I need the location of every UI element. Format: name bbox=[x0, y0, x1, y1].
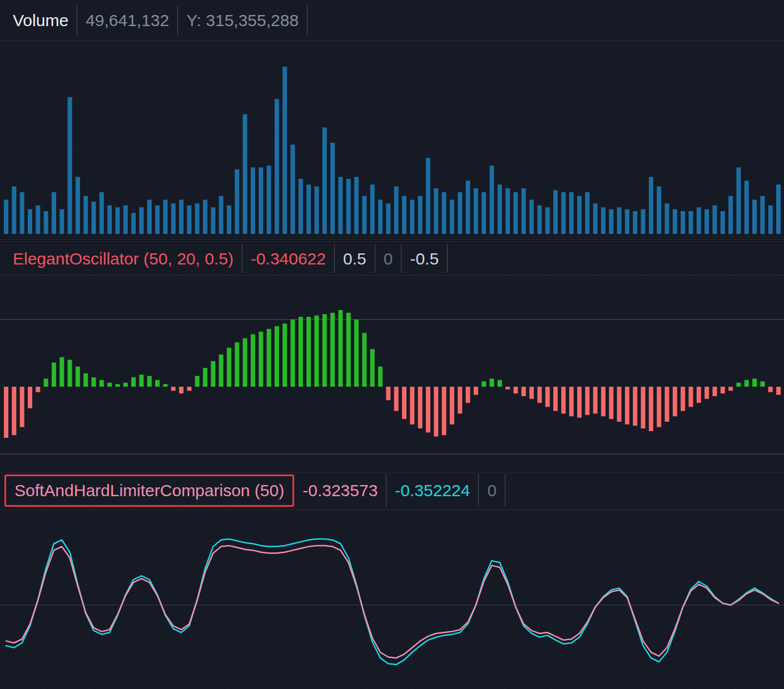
oscillator-chart[interactable] bbox=[0, 276, 784, 470]
limiter-title-selected[interactable]: SoftAndHardLimiterComparison (50) bbox=[4, 475, 294, 507]
limiter-legend: SoftAndHardLimiterComparison (50) -0.323… bbox=[0, 475, 784, 510]
limiter-chart[interactable] bbox=[0, 510, 784, 689]
volume-legend-cells: Volume 49,641,132 Y: 315,355,288 bbox=[4, 6, 784, 36]
panel-divider[interactable] bbox=[0, 239, 784, 242]
oscillator-level-zero: 0 bbox=[375, 244, 402, 273]
volume-panel: Volume 49,641,132 Y: 315,355,288 bbox=[0, 6, 784, 239]
oscillator-legend-cells: ElegantOscillator (50, 20, 0.5) -0.34062… bbox=[4, 244, 784, 273]
limiter-soft-value: -0.323573 bbox=[294, 475, 386, 507]
panel-divider[interactable] bbox=[0, 471, 784, 473]
limiter-hard-value: -0.352224 bbox=[386, 475, 479, 507]
oscillator-panel: ElegantOscillator (50, 20, 0.5) -0.34062… bbox=[0, 244, 784, 471]
chart-app: Volume 49,641,132 Y: 315,355,288 Elegant… bbox=[0, 0, 784, 689]
oscillator-level-up: 0.5 bbox=[335, 244, 375, 273]
volume-title[interactable]: Volume bbox=[4, 6, 77, 36]
volume-chart[interactable] bbox=[0, 41, 784, 239]
volume-value: 49,641,132 bbox=[77, 6, 178, 36]
oscillator-level-down: -0.5 bbox=[401, 244, 448, 273]
oscillator-legend: ElegantOscillator (50, 20, 0.5) -0.34062… bbox=[0, 244, 784, 276]
oscillator-value: -0.340622 bbox=[242, 244, 335, 273]
limiter-legend-cells: SoftAndHardLimiterComparison (50) -0.323… bbox=[4, 475, 784, 507]
limiter-panel: SoftAndHardLimiterComparison (50) -0.323… bbox=[0, 475, 784, 689]
limiter-zero-label: 0 bbox=[479, 475, 505, 507]
volume-legend: Volume 49,641,132 Y: 315,355,288 bbox=[0, 6, 784, 41]
volume-cursor-y-value: Y: 315,355,288 bbox=[178, 6, 307, 36]
oscillator-title[interactable]: ElegantOscillator (50, 20, 0.5) bbox=[4, 244, 242, 273]
